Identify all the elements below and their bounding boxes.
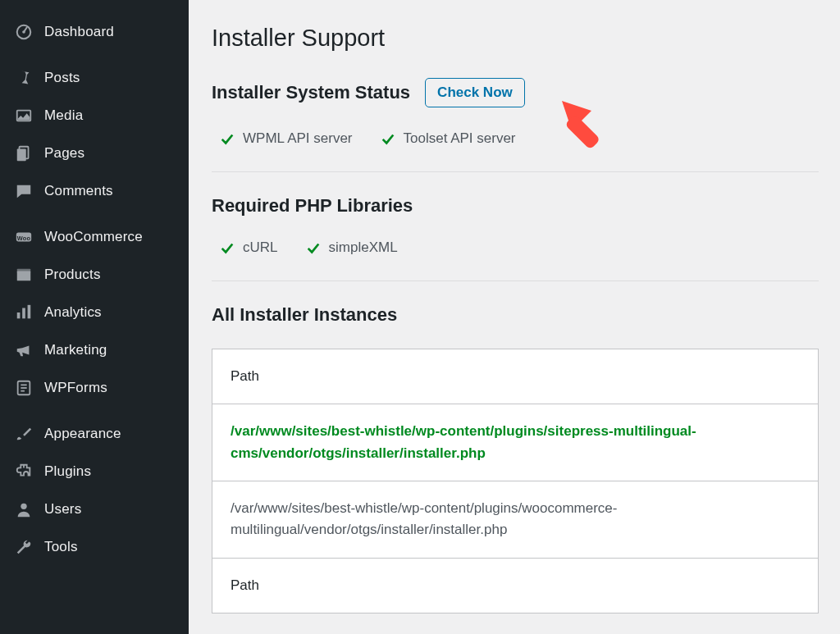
php-libs-row: cURL simpleXML <box>212 235 819 281</box>
page-title: Installer Support <box>212 25 819 52</box>
sidebar-item-comments[interactable]: Comments <box>0 172 189 210</box>
divider <box>212 171 819 172</box>
system-status-header-row: Installer System Status Check Now <box>212 78 819 107</box>
check-icon <box>306 240 321 255</box>
status-server-wpml: WPML API server <box>220 130 353 147</box>
analytics-icon <box>15 303 33 322</box>
svg-rect-9 <box>17 312 21 318</box>
svg-text:Woo: Woo <box>17 235 31 242</box>
woo-icon: Woo <box>15 228 33 246</box>
sidebar-item-label: Comments <box>44 183 113 199</box>
svg-rect-7 <box>17 271 31 281</box>
sidebar-item-posts[interactable]: Posts <box>0 59 189 97</box>
table-row: /var/www/sites/best-whistle/wp-content/p… <box>212 481 818 559</box>
sidebar-item-pages[interactable]: Pages <box>0 135 189 172</box>
plugin-icon <box>15 463 33 481</box>
sidebar-item-users[interactable]: Users <box>0 490 189 528</box>
svg-rect-4 <box>17 149 26 162</box>
check-icon <box>220 131 235 146</box>
sidebar-item-label: Tools <box>44 539 78 555</box>
wrench-icon <box>15 538 33 556</box>
table-header-path: Path <box>212 559 818 613</box>
sidebar-item-analytics[interactable]: Analytics <box>0 294 189 331</box>
sidebar-item-label: Marketing <box>44 342 107 358</box>
system-status-heading: Installer System Status <box>212 82 410 103</box>
sidebar-item-tools[interactable]: Tools <box>0 528 189 566</box>
php-lib-simplexml: simpleXML <box>306 239 398 256</box>
status-server-label: Toolset API server <box>404 130 516 147</box>
sidebar-item-products[interactable]: Products <box>0 256 189 294</box>
system-status-servers: WPML API server Toolset API server <box>212 125 819 171</box>
php-lib-label: simpleXML <box>329 239 398 256</box>
sidebar-item-label: WooCommerce <box>44 229 143 245</box>
dashboard-icon <box>15 23 33 41</box>
divider <box>212 281 819 281</box>
pages-icon <box>15 144 33 162</box>
sidebar-item-label: Products <box>44 267 101 283</box>
form-icon <box>15 379 33 397</box>
svg-point-16 <box>21 504 26 509</box>
check-now-button[interactable]: Check Now <box>425 78 525 107</box>
check-icon <box>220 240 235 255</box>
sidebar-item-label: Appearance <box>44 426 121 442</box>
sidebar-item-appearance[interactable]: Appearance <box>0 415 189 453</box>
sidebar-item-label: Plugins <box>44 463 91 480</box>
sidebar-item-marketing[interactable]: Marketing <box>0 331 189 369</box>
table-row: /var/www/sites/best-whistle/wp-content/p… <box>212 404 818 481</box>
megaphone-icon <box>15 341 33 359</box>
pin-icon <box>15 69 33 87</box>
sidebar-item-dashboard[interactable]: Dashboard <box>0 13 189 51</box>
main-content: Installer Support Installer System Statu… <box>189 0 840 634</box>
sidebar-item-label: Posts <box>44 70 80 86</box>
comment-icon <box>15 182 33 200</box>
check-icon <box>381 131 395 146</box>
status-server-label: WPML API server <box>243 130 353 147</box>
table-header-path: Path <box>212 349 818 404</box>
instances-table: Path /var/www/sites/best-whistle/wp-cont… <box>212 349 819 613</box>
svg-rect-11 <box>28 305 31 319</box>
sidebar-item-label: Users <box>44 501 81 518</box>
brush-icon <box>15 425 33 443</box>
svg-rect-10 <box>22 308 25 319</box>
status-server-toolset: Toolset API server <box>381 130 516 147</box>
sidebar-item-label: Pages <box>44 145 84 162</box>
sidebar-item-label: WPForms <box>44 380 107 396</box>
svg-point-1 <box>22 30 25 34</box>
sidebar-item-label: Media <box>44 107 83 124</box>
instances-heading: All Installer Instances <box>212 304 819 326</box>
php-lib-label: cURL <box>243 239 278 256</box>
sidebar-item-wpforms[interactable]: WPForms <box>0 369 189 407</box>
sidebar-item-media[interactable]: Media <box>0 97 189 135</box>
php-lib-curl: cURL <box>220 239 278 256</box>
sidebar-item-label: Dashboard <box>44 24 114 40</box>
sidebar-item-plugins[interactable]: Plugins <box>0 453 189 490</box>
php-libs-heading: Required PHP Libraries <box>212 195 819 217</box>
sidebar-item-label: Analytics <box>44 304 102 321</box>
sidebar-item-woocommerce[interactable]: Woo WooCommerce <box>0 218 189 256</box>
media-icon <box>15 107 33 125</box>
products-icon <box>15 266 33 284</box>
admin-sidebar: Dashboard Posts Media Pages <box>0 0 189 634</box>
svg-rect-8 <box>17 269 31 272</box>
user-icon <box>15 500 33 518</box>
